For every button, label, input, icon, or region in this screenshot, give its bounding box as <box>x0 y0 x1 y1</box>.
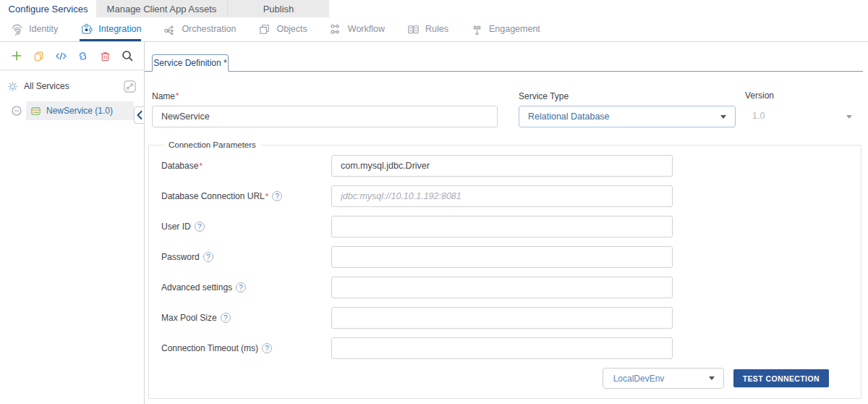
max-pool-size-label: Max Pool Size ? <box>161 313 331 323</box>
form-row-max-pool-size: Max Pool Size ? <box>161 307 861 329</box>
version-label: Version <box>745 91 774 101</box>
puzzle-icon <box>80 22 93 36</box>
connection-parameters-section: Connection Parameters Database* Database… <box>148 140 861 399</box>
all-services-root[interactable]: All Services <box>0 77 144 95</box>
help-icon[interactable]: ? <box>272 191 282 201</box>
form-row-database: Database* <box>161 155 861 177</box>
chevron-down-icon <box>846 115 852 119</box>
copy-service-button[interactable] <box>32 49 46 63</box>
password-input[interactable] <box>331 246 673 268</box>
delete-service-button[interactable] <box>98 49 112 63</box>
service-type-dropdown[interactable]: Relational Database <box>519 106 736 127</box>
connection-url-input[interactable] <box>331 185 673 207</box>
tab-manage-client-app-assets[interactable]: Manage Client App Assets <box>96 0 228 17</box>
service-editor: Service Definition * Name* Service Type … <box>145 42 868 404</box>
help-icon[interactable]: ? <box>221 313 231 323</box>
service-tree-row: NewService (1.0) <box>0 101 144 120</box>
subnav-label: Engagement <box>489 24 540 34</box>
subnav-label: Rules <box>425 24 448 34</box>
user-id-input[interactable] <box>331 216 673 237</box>
chevron-left-icon <box>137 111 142 119</box>
connection-parameters-legend: Connection Parameters <box>163 140 261 149</box>
name-input[interactable] <box>152 106 498 127</box>
connection-timeout-input[interactable] <box>331 337 673 359</box>
add-service-button[interactable] <box>9 49 24 63</box>
form-row-connection-timeout: Connection Timeout (ms) ? <box>161 337 861 359</box>
chevron-down-icon <box>709 376 715 380</box>
sidebar-collapse-handle[interactable] <box>134 106 144 124</box>
help-icon[interactable]: ? <box>236 282 246 293</box>
advanced-settings-input[interactable] <box>331 277 673 298</box>
subnav-label: Orchestration <box>182 24 236 34</box>
subnav-tab-objects[interactable]: Objects <box>258 17 307 41</box>
form-row-password: Password ? <box>161 246 861 268</box>
services-sidebar: All Services NewService (1.0) <box>0 42 145 404</box>
user-id-label: User ID ? <box>161 222 331 232</box>
help-icon[interactable]: ? <box>203 252 213 262</box>
open-book-icon <box>407 22 420 36</box>
sidebar-toolbar <box>0 42 144 70</box>
form-row-advanced-settings: Advanced settings ? <box>161 277 861 298</box>
service-map-icon[interactable] <box>123 80 137 93</box>
form-row-user-id: User ID ? <box>161 216 861 237</box>
collapse-minus-icon[interactable] <box>12 106 22 116</box>
service-item-icon <box>30 106 41 117</box>
tree-item-label: NewService (1.0) <box>46 106 113 116</box>
chevron-down-icon <box>720 115 726 119</box>
connection-timeout-label: Connection Timeout (ms) ? <box>161 343 331 353</box>
name-label: Name* <box>152 91 179 101</box>
tab-service-definition[interactable]: Service Definition * <box>152 54 229 72</box>
service-type-label: Service Type <box>519 91 569 101</box>
tab-publish[interactable]: Publish <box>228 0 329 17</box>
database-input[interactable] <box>331 155 673 177</box>
connection-url-label: Database Connection URL* ? <box>161 191 331 201</box>
subnav-tab-workflow[interactable]: Workflow <box>329 17 385 41</box>
database-label: Database* <box>161 161 331 171</box>
help-icon[interactable]: ? <box>262 343 272 353</box>
broadcast-antenna-icon <box>470 22 484 36</box>
subnav-label: Workflow <box>348 24 385 34</box>
subnav-label: Identity <box>29 24 58 34</box>
environment-dropdown[interactable]: LocalDevEnv <box>603 368 724 389</box>
all-services-label: All Services <box>24 81 69 91</box>
subnav-tab-engagement[interactable]: Engagement <box>470 17 540 41</box>
password-label: Password ? <box>161 252 331 262</box>
service-type-value: Relational Database <box>528 111 610 122</box>
subnav-tab-integration[interactable]: Integration <box>80 17 141 41</box>
workflow-nodes-icon <box>329 22 343 36</box>
test-connection-bar: LocalDevEnv TEST CONNECTION <box>603 368 829 389</box>
tab-underline <box>145 71 863 72</box>
tab-configure-services[interactable]: Configure Services <box>0 0 96 17</box>
subnav-tab-orchestration[interactable]: Orchestration <box>163 17 236 41</box>
code-button[interactable] <box>54 49 68 63</box>
branch-icon <box>163 22 176 36</box>
subnav-tab-identity[interactable]: Identity <box>10 17 58 41</box>
form-row-connection-url: Database Connection URL* ? <box>161 185 861 207</box>
test-connection-button[interactable]: TEST CONNECTION <box>733 369 829 387</box>
primary-tab-bar: Configure Services Manage Client App Ass… <box>0 0 868 17</box>
subnav-tab-rules[interactable]: Rules <box>407 17 448 41</box>
max-pool-size-input[interactable] <box>331 307 673 329</box>
search-icon[interactable] <box>120 49 135 63</box>
environment-value: LocalDevEnv <box>613 374 665 384</box>
subnav-label: Objects <box>276 24 307 34</box>
service-type-nav: Identity Integration Orchestration <box>0 17 868 42</box>
link-button[interactable] <box>76 49 90 63</box>
overlapping-squares-icon <box>258 22 271 36</box>
gear-icon <box>7 81 18 92</box>
subnav-label: Integration <box>98 24 141 34</box>
advanced-settings-label: Advanced settings ? <box>161 282 331 293</box>
fingerprint-icon <box>10 22 24 36</box>
help-icon[interactable]: ? <box>195 222 205 232</box>
version-dropdown: 1.0 <box>752 111 765 121</box>
tree-item-newservice[interactable]: NewService (1.0) <box>26 101 134 120</box>
